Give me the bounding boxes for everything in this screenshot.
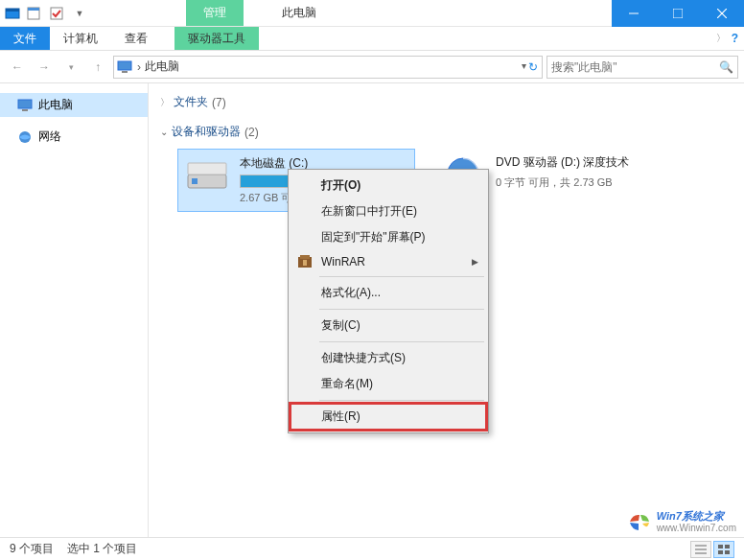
menu-winrar[interactable]: WinRAR (291, 250, 486, 273)
system-menu-icon[interactable] (4, 5, 21, 22)
nav-up-button[interactable]: ↑ (86, 56, 109, 79)
tree-label-network: 网络 (38, 128, 61, 145)
menu-open[interactable]: 打开(O) (291, 173, 486, 198)
network-icon (17, 129, 33, 145)
svg-rect-9 (118, 61, 131, 70)
drive-d-name: DVD 驱动器 (D:) 深度技术 (496, 154, 666, 171)
menu-separator (319, 276, 484, 277)
ribbon-expand-icon[interactable]: 〉 (716, 32, 726, 45)
search-icon[interactable]: 🔍 (719, 60, 733, 74)
qat-dropdown-icon[interactable]: ▼ (69, 3, 90, 24)
menu-open-new-window[interactable]: 在新窗口中打开(E) (291, 198, 486, 224)
pc-icon (17, 98, 33, 113)
svg-rect-25 (718, 545, 723, 548)
view-large-icons-button[interactable] (713, 541, 734, 558)
search-box[interactable]: 🔍 (546, 56, 738, 79)
breadcrumb-sep: › (137, 60, 141, 74)
svg-rect-20 (300, 255, 310, 259)
group-folders[interactable]: 〉 文件夹 (7) (160, 91, 732, 113)
menu-create-shortcut[interactable]: 创建快捷方式(S) (291, 345, 486, 371)
titlebar: ▼ 管理 此电脑 (0, 0, 744, 27)
maximize-button[interactable] (656, 0, 700, 27)
group-devices-count: (2) (244, 126, 259, 139)
group-folders-label: 文件夹 (174, 94, 208, 110)
contextual-tab-label: 管理 (186, 0, 244, 26)
window-controls (612, 0, 744, 26)
nav-history-dropdown[interactable]: ▾ (59, 56, 82, 79)
menu-copy[interactable]: 复制(C) (291, 313, 486, 338)
tab-file[interactable]: 文件 (0, 27, 50, 50)
tab-drive-tools[interactable]: 驱动器工具 (174, 27, 259, 50)
statusbar: 9 个项目 选中 1 个项目 (0, 537, 744, 560)
menu-format[interactable]: 格式化(A)... (291, 280, 486, 306)
window-title: 此电脑 (244, 0, 612, 26)
view-details-button[interactable] (690, 541, 711, 558)
menu-properties[interactable]: 属性(R) (291, 404, 486, 430)
refresh-icon[interactable]: ↻ (528, 60, 538, 74)
tree-label-this-pc: 此电脑 (38, 97, 73, 113)
chevron-right-icon: 〉 (160, 96, 170, 109)
nav-tree: 此电脑 网络 (0, 83, 149, 537)
minimize-button[interactable] (612, 0, 656, 27)
svg-rect-11 (18, 100, 32, 108)
status-item-count: 9 个项目 (10, 541, 54, 557)
chevron-down-icon: ⌄ (160, 127, 168, 137)
drive-d-stats: 0 字节 可用，共 2.73 GB (496, 175, 666, 190)
svg-rect-3 (28, 8, 39, 11)
status-selected-count: 选中 1 个项目 (67, 541, 137, 557)
svg-rect-4 (51, 8, 62, 19)
svg-rect-27 (718, 550, 723, 554)
svg-rect-26 (725, 545, 730, 548)
group-devices-label: 设备和驱动器 (172, 124, 241, 140)
qat-properties-icon[interactable] (23, 3, 44, 24)
quick-access-toolbar: ▼ (0, 0, 90, 26)
breadcrumb-this-pc[interactable]: 此电脑 (145, 58, 179, 75)
search-input[interactable] (551, 60, 719, 74)
tree-item-network[interactable]: 网络 (0, 125, 148, 149)
watermark-line1: Win7系统之家 (657, 510, 736, 522)
address-dropdown-icon[interactable]: ▾ (522, 60, 526, 74)
menu-separator (319, 309, 484, 310)
svg-rect-28 (725, 550, 730, 554)
watermark-line2: www.Winwin7.com (657, 523, 736, 533)
context-menu: 打开(O) 在新窗口中打开(E) 固定到"开始"屏幕(P) WinRAR 格式化… (288, 169, 489, 433)
svg-rect-1 (6, 9, 19, 12)
menu-rename[interactable]: 重命名(M) (291, 371, 486, 397)
svg-rect-21 (303, 260, 307, 266)
hdd-icon (184, 155, 230, 194)
svg-rect-10 (122, 71, 128, 73)
ribbon: 文件 计算机 查看 驱动器工具 〉 ? (0, 27, 744, 51)
close-button[interactable] (700, 0, 744, 27)
location-pc-icon (116, 58, 133, 76)
tab-computer[interactable]: 计算机 (50, 27, 111, 50)
address-bar[interactable]: › 此电脑 ▾ ↻ (113, 56, 543, 79)
tree-item-this-pc[interactable]: 此电脑 (0, 93, 148, 117)
menu-pin-start[interactable]: 固定到"开始"屏幕(P) (291, 224, 486, 250)
nav-back-button[interactable]: ← (6, 56, 29, 79)
ribbon-right: 〉 ? (716, 27, 744, 50)
help-icon[interactable]: ? (732, 32, 738, 45)
group-devices[interactable]: ⌄ 设备和驱动器 (2) (160, 121, 732, 143)
winrar-icon (296, 253, 314, 270)
group-folders-count: (7) (212, 96, 226, 109)
qat-checkbox-icon[interactable] (46, 3, 67, 24)
svg-rect-6 (673, 9, 683, 18)
watermark: Win7系统之家 www.Winwin7.com (626, 508, 736, 535)
tab-view[interactable]: 查看 (111, 27, 161, 50)
menu-separator (319, 341, 484, 342)
svg-rect-15 (192, 178, 198, 184)
svg-rect-16 (188, 163, 226, 175)
svg-rect-12 (22, 109, 28, 111)
menu-separator (319, 400, 484, 401)
navbar: ← → ▾ ↑ › 此电脑 ▾ ↻ 🔍 (0, 51, 744, 83)
watermark-logo-icon (626, 508, 653, 535)
nav-forward-button[interactable]: → (33, 56, 56, 79)
